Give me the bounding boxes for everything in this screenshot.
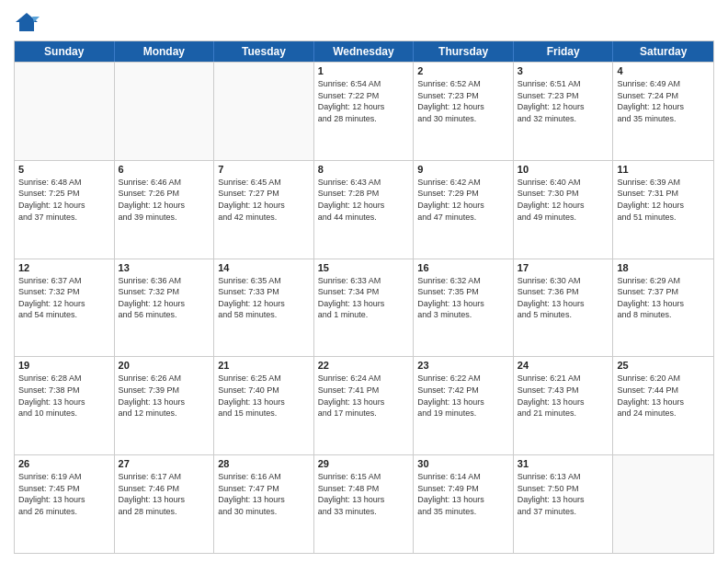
calendar-header-cell: Tuesday [214, 41, 314, 62]
day-info: Sunrise: 6:19 AM Sunset: 7:45 PM Dayligh… [18, 471, 110, 517]
calendar-cell: 14Sunrise: 6:35 AM Sunset: 7:33 PM Dayli… [214, 259, 314, 357]
calendar-body: 1Sunrise: 6:54 AM Sunset: 7:22 PM Daylig… [15, 62, 713, 553]
day-number: 24 [518, 360, 609, 371]
calendar-week-row: 1Sunrise: 6:54 AM Sunset: 7:22 PM Daylig… [15, 62, 713, 160]
day-info: Sunrise: 6:29 AM Sunset: 7:37 PM Dayligh… [617, 275, 710, 321]
day-number: 9 [417, 164, 509, 175]
calendar-week-row: 19Sunrise: 6:28 AM Sunset: 7:38 PM Dayli… [15, 356, 713, 454]
calendar-header-cell: Wednesday [314, 41, 415, 62]
day-info: Sunrise: 6:39 AM Sunset: 7:31 PM Dayligh… [617, 177, 710, 223]
calendar-cell: 17Sunrise: 6:30 AM Sunset: 7:36 PM Dayli… [514, 259, 614, 357]
calendar-cell: 16Sunrise: 6:32 AM Sunset: 7:35 PM Dayli… [414, 259, 514, 357]
day-number: 3 [518, 65, 609, 76]
calendar-cell: 10Sunrise: 6:40 AM Sunset: 7:30 PM Dayli… [514, 161, 614, 259]
day-info: Sunrise: 6:15 AM Sunset: 7:48 PM Dayligh… [318, 471, 410, 517]
calendar-cell: 2Sunrise: 6:52 AM Sunset: 7:23 PM Daylig… [414, 63, 514, 160]
logo-icon [14, 9, 40, 35]
calendar-header-cell: Monday [115, 41, 215, 62]
day-info: Sunrise: 6:49 AM Sunset: 7:24 PM Dayligh… [617, 78, 710, 124]
day-info: Sunrise: 6:16 AM Sunset: 7:47 PM Dayligh… [218, 471, 310, 517]
day-info: Sunrise: 6:51 AM Sunset: 7:23 PM Dayligh… [518, 78, 609, 124]
day-number: 13 [119, 262, 210, 273]
calendar-cell: 9Sunrise: 6:42 AM Sunset: 7:29 PM Daylig… [414, 161, 514, 259]
day-number: 4 [617, 65, 710, 76]
calendar-cell [214, 63, 314, 160]
calendar-cell: 31Sunrise: 6:13 AM Sunset: 7:50 PM Dayli… [514, 455, 614, 553]
calendar-cell: 1Sunrise: 6:54 AM Sunset: 7:22 PM Daylig… [314, 63, 415, 160]
calendar-cell: 8Sunrise: 6:43 AM Sunset: 7:28 PM Daylig… [314, 161, 415, 259]
calendar-cell: 21Sunrise: 6:25 AM Sunset: 7:40 PM Dayli… [214, 357, 314, 454]
day-number: 7 [218, 164, 310, 175]
day-number: 28 [218, 458, 310, 469]
day-number: 26 [18, 458, 110, 469]
day-number: 1 [318, 65, 410, 76]
logo [14, 9, 41, 35]
calendar-header-cell: Thursday [414, 41, 514, 62]
calendar-cell: 18Sunrise: 6:29 AM Sunset: 7:37 PM Dayli… [613, 259, 713, 357]
calendar-cell: 22Sunrise: 6:24 AM Sunset: 7:41 PM Dayli… [314, 357, 415, 454]
day-info: Sunrise: 6:30 AM Sunset: 7:36 PM Dayligh… [518, 275, 609, 321]
calendar-cell: 29Sunrise: 6:15 AM Sunset: 7:48 PM Dayli… [314, 455, 415, 553]
day-info: Sunrise: 6:17 AM Sunset: 7:46 PM Dayligh… [119, 471, 210, 517]
day-number: 8 [318, 164, 410, 175]
calendar-cell: 30Sunrise: 6:14 AM Sunset: 7:49 PM Dayli… [414, 455, 514, 553]
calendar-cell: 20Sunrise: 6:26 AM Sunset: 7:39 PM Dayli… [115, 357, 215, 454]
calendar-cell [15, 63, 115, 160]
day-number: 31 [518, 458, 609, 469]
day-number: 12 [18, 262, 110, 273]
day-number: 23 [417, 360, 509, 371]
calendar-cell: 11Sunrise: 6:39 AM Sunset: 7:31 PM Dayli… [613, 161, 713, 259]
day-info: Sunrise: 6:36 AM Sunset: 7:32 PM Dayligh… [119, 275, 210, 321]
calendar-cell [115, 63, 215, 160]
day-info: Sunrise: 6:21 AM Sunset: 7:43 PM Dayligh… [518, 373, 609, 419]
calendar-cell: 15Sunrise: 6:33 AM Sunset: 7:34 PM Dayli… [314, 259, 415, 357]
day-info: Sunrise: 6:37 AM Sunset: 7:32 PM Dayligh… [18, 275, 110, 321]
calendar-week-row: 12Sunrise: 6:37 AM Sunset: 7:32 PM Dayli… [15, 259, 713, 357]
calendar: SundayMondayTuesdayWednesdayThursdayFrid… [14, 40, 714, 554]
page-header [14, 9, 714, 35]
day-number: 14 [218, 262, 310, 273]
day-number: 20 [119, 360, 210, 371]
calendar-cell: 4Sunrise: 6:49 AM Sunset: 7:24 PM Daylig… [613, 63, 713, 160]
calendar-cell: 28Sunrise: 6:16 AM Sunset: 7:47 PM Dayli… [214, 455, 314, 553]
day-info: Sunrise: 6:28 AM Sunset: 7:38 PM Dayligh… [18, 373, 110, 419]
calendar-header-cell: Friday [514, 41, 614, 62]
calendar-header-cell: Sunday [15, 41, 115, 62]
calendar-header-row: SundayMondayTuesdayWednesdayThursdayFrid… [15, 41, 713, 62]
day-info: Sunrise: 6:24 AM Sunset: 7:41 PM Dayligh… [318, 373, 410, 419]
day-info: Sunrise: 6:40 AM Sunset: 7:30 PM Dayligh… [518, 177, 609, 223]
day-info: Sunrise: 6:42 AM Sunset: 7:29 PM Dayligh… [417, 177, 509, 223]
day-number: 29 [318, 458, 410, 469]
calendar-page: SundayMondayTuesdayWednesdayThursdayFrid… [0, 0, 728, 563]
day-info: Sunrise: 6:26 AM Sunset: 7:39 PM Dayligh… [119, 373, 210, 419]
day-info: Sunrise: 6:48 AM Sunset: 7:25 PM Dayligh… [18, 177, 110, 223]
day-info: Sunrise: 6:54 AM Sunset: 7:22 PM Dayligh… [318, 78, 410, 124]
day-number: 5 [18, 164, 110, 175]
day-number: 19 [18, 360, 110, 371]
calendar-cell: 13Sunrise: 6:36 AM Sunset: 7:32 PM Dayli… [115, 259, 215, 357]
calendar-header-cell: Saturday [613, 41, 713, 62]
day-number: 21 [218, 360, 310, 371]
day-number: 2 [417, 65, 509, 76]
day-number: 15 [318, 262, 410, 273]
calendar-cell: 19Sunrise: 6:28 AM Sunset: 7:38 PM Dayli… [15, 357, 115, 454]
day-info: Sunrise: 6:43 AM Sunset: 7:28 PM Dayligh… [318, 177, 410, 223]
day-info: Sunrise: 6:45 AM Sunset: 7:27 PM Dayligh… [218, 177, 310, 223]
day-info: Sunrise: 6:25 AM Sunset: 7:40 PM Dayligh… [218, 373, 310, 419]
day-number: 17 [518, 262, 609, 273]
calendar-cell [613, 455, 713, 553]
day-info: Sunrise: 6:20 AM Sunset: 7:44 PM Dayligh… [617, 373, 710, 419]
day-info: Sunrise: 6:32 AM Sunset: 7:35 PM Dayligh… [417, 275, 509, 321]
calendar-cell: 25Sunrise: 6:20 AM Sunset: 7:44 PM Dayli… [613, 357, 713, 454]
day-info: Sunrise: 6:52 AM Sunset: 7:23 PM Dayligh… [417, 78, 509, 124]
calendar-cell: 3Sunrise: 6:51 AM Sunset: 7:23 PM Daylig… [514, 63, 614, 160]
calendar-cell: 12Sunrise: 6:37 AM Sunset: 7:32 PM Dayli… [15, 259, 115, 357]
day-number: 27 [119, 458, 210, 469]
calendar-cell: 27Sunrise: 6:17 AM Sunset: 7:46 PM Dayli… [115, 455, 215, 553]
day-number: 25 [617, 360, 710, 371]
day-number: 6 [119, 164, 210, 175]
day-info: Sunrise: 6:33 AM Sunset: 7:34 PM Dayligh… [318, 275, 410, 321]
day-info: Sunrise: 6:14 AM Sunset: 7:49 PM Dayligh… [417, 471, 509, 517]
day-number: 16 [417, 262, 509, 273]
day-info: Sunrise: 6:46 AM Sunset: 7:26 PM Dayligh… [119, 177, 210, 223]
